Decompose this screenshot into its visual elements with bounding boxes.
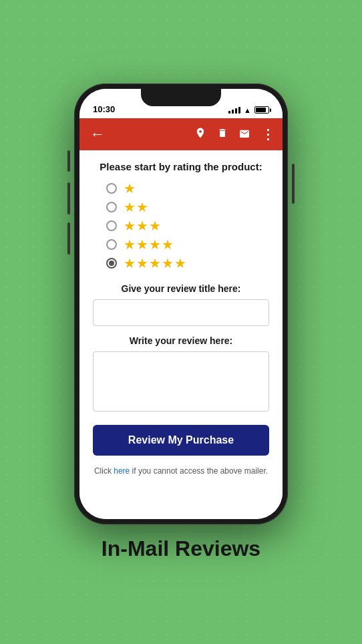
volume-down-button xyxy=(67,222,70,255)
rating-option-5[interactable]: ★★★★★ xyxy=(106,257,269,270)
phone-wrapper: 10:30 ▲ ← xyxy=(74,84,288,561)
review-field-label: Write your review here: xyxy=(93,335,269,346)
rating-option-1[interactable]: ★ xyxy=(106,182,269,195)
power-button xyxy=(292,164,295,204)
stars-4: ★★★★ xyxy=(124,238,174,251)
rating-options: ★ ★★ ★★★ ★★★★ xyxy=(93,182,269,270)
radio-1[interactable] xyxy=(106,183,117,194)
footer-link[interactable]: here xyxy=(114,466,130,476)
radio-3[interactable] xyxy=(106,220,117,231)
rating-option-4[interactable]: ★★★★ xyxy=(106,238,269,251)
stars-5: ★★★★★ xyxy=(124,257,187,270)
more-icon[interactable]: ⋮ xyxy=(261,126,275,142)
footer-text: Click here if you cannot access the abov… xyxy=(93,465,269,477)
email-icon[interactable] xyxy=(238,128,250,140)
back-button[interactable]: ← xyxy=(87,123,108,146)
rating-option-2[interactable]: ★★ xyxy=(106,200,269,214)
stars-1: ★ xyxy=(124,182,136,195)
app-bar-actions: ⋮ xyxy=(194,126,275,142)
notch xyxy=(141,89,221,106)
delete-icon[interactable] xyxy=(217,127,228,142)
content-area: Please start by rating the product: ★ ★★ xyxy=(79,150,283,519)
radio-4[interactable] xyxy=(106,239,117,250)
app-bar: ← ⋮ xyxy=(79,118,283,150)
download-icon[interactable] xyxy=(194,127,206,142)
radio-dot-5 xyxy=(109,261,114,266)
review-body-input[interactable] xyxy=(93,351,269,412)
review-my-purchase-button[interactable]: Review My Purchase xyxy=(93,425,269,456)
signal-icon xyxy=(228,107,240,114)
title-field-label: Give your review title here: xyxy=(93,283,269,294)
phone-screen: 10:30 ▲ ← xyxy=(79,89,283,519)
footer-text-after: if you cannot access the above mailer. xyxy=(130,466,268,476)
wifi-icon: ▲ xyxy=(244,106,251,114)
stars-2: ★★ xyxy=(124,200,149,214)
radio-2[interactable] xyxy=(106,202,117,212)
stars-3: ★★★ xyxy=(124,219,162,232)
status-time: 10:30 xyxy=(93,104,115,114)
battery-icon xyxy=(254,106,269,114)
review-title-input[interactable] xyxy=(93,299,269,326)
rating-option-3[interactable]: ★★★ xyxy=(106,219,269,232)
phone-frame: 10:30 ▲ ← xyxy=(74,84,288,524)
footer-text-before: Click xyxy=(94,466,114,476)
rating-section-title: Please start by rating the product: xyxy=(93,161,269,172)
volume-up-button xyxy=(67,182,70,214)
mute-button xyxy=(67,150,70,172)
status-icons: ▲ xyxy=(228,106,269,114)
radio-5[interactable] xyxy=(106,258,117,269)
status-bar: 10:30 ▲ xyxy=(79,89,283,118)
app-label: In-Mail Reviews xyxy=(102,536,260,561)
